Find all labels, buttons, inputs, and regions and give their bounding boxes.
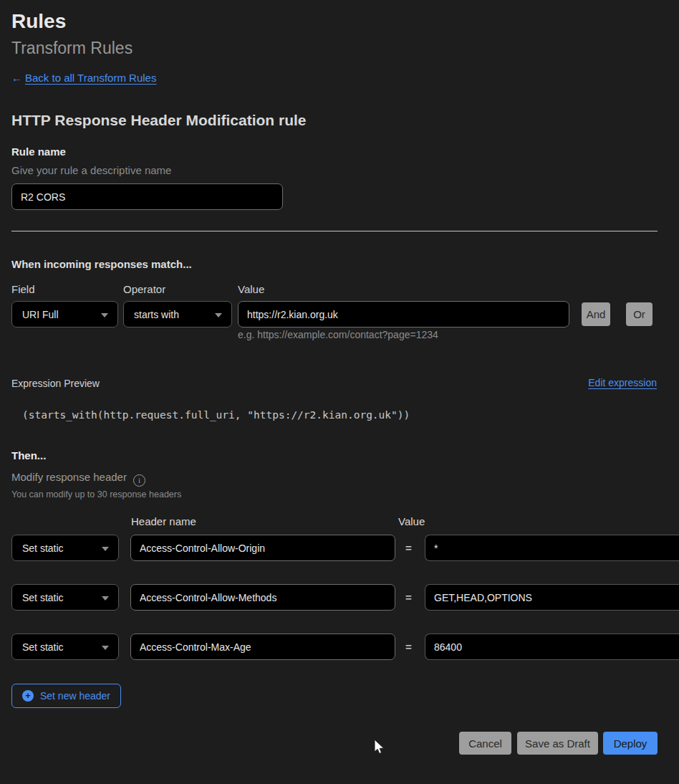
header-row-3-type-value: Set static xyxy=(22,641,64,653)
set-new-header-label: Set new header xyxy=(40,690,110,702)
expression-code: (starts_with(http.request.full_uri, "htt… xyxy=(22,409,410,421)
rule-name-input[interactable] xyxy=(11,183,283,210)
header-row-1-type-select[interactable]: Set static xyxy=(11,535,119,561)
modify-response-header-text: Modify response header xyxy=(11,471,127,483)
value-label: Value xyxy=(238,283,264,295)
header-row-2-type-value: Set static xyxy=(22,592,64,603)
header-row-1-type-value: Set static xyxy=(22,542,64,554)
value-column-label: Value xyxy=(398,515,425,527)
match-section-title: When incoming responses match... xyxy=(11,258,192,270)
header-row-2-name-input[interactable] xyxy=(130,584,395,611)
header-row-2-value-input[interactable] xyxy=(425,584,679,611)
operator-select[interactable]: starts with xyxy=(123,301,232,328)
chevron-down-icon xyxy=(101,313,108,317)
chevron-down-icon xyxy=(102,646,109,650)
section-divider xyxy=(11,231,658,231)
header-row-2-type-select[interactable]: Set static xyxy=(11,584,119,611)
cancel-button[interactable]: Cancel xyxy=(459,732,511,755)
chevron-down-icon xyxy=(102,596,109,601)
rule-name-hint: Give your rule a descriptive name xyxy=(11,164,171,176)
field-select-value: URI Full xyxy=(22,309,59,320)
plus-icon: + xyxy=(22,690,34,702)
transform-rules-page: Rules Transform Rules ←Back to all Trans… xyxy=(0,0,679,784)
equals-sign: = xyxy=(405,591,412,603)
expression-preview-label: Expression Preview xyxy=(11,378,100,389)
edit-expression-link[interactable]: Edit expression xyxy=(588,377,657,388)
rule-type-heading: HTTP Response Header Modification rule xyxy=(11,112,307,129)
then-section-title: Then... xyxy=(11,449,46,462)
header-row-3-type-select[interactable]: Set static xyxy=(11,634,119,660)
or-button[interactable]: Or xyxy=(626,302,652,326)
equals-sign: = xyxy=(405,542,412,554)
header-row-3-name-input[interactable] xyxy=(130,634,395,660)
chevron-down-icon xyxy=(102,547,109,551)
field-label: Field xyxy=(11,283,35,295)
back-arrow-icon: ← xyxy=(11,72,22,84)
header-row-3-value-input[interactable] xyxy=(425,634,679,660)
header-row-1-value-input[interactable] xyxy=(425,535,679,561)
back-to-transform-rules-link[interactable]: ←Back to all Transform Rules xyxy=(11,72,156,84)
mouse-cursor xyxy=(373,739,387,756)
match-value-example-hint: e.g. https://example.com/contact?page=12… xyxy=(238,329,438,340)
header-name-column-label: Header name xyxy=(131,515,196,527)
chevron-down-icon xyxy=(215,313,222,317)
modify-limit-hint: You can modify up to 30 response headers xyxy=(11,489,181,499)
match-value-input[interactable] xyxy=(238,301,569,328)
field-select[interactable]: URI Full xyxy=(11,301,118,328)
operator-label: Operator xyxy=(123,283,165,295)
set-new-header-button[interactable]: +Set new header xyxy=(11,684,121,708)
page-title: Rules xyxy=(11,10,66,33)
equals-sign: = xyxy=(405,641,412,653)
back-link-label: Back to all Transform Rules xyxy=(25,72,156,84)
page-subtitle: Transform Rules xyxy=(11,39,133,58)
modify-response-header-label: Modify response headeri xyxy=(11,471,145,487)
save-as-draft-button[interactable]: Save as Draft xyxy=(517,732,598,755)
and-button[interactable]: And xyxy=(582,302,610,326)
rule-name-label: Rule name xyxy=(11,145,66,158)
operator-select-value: starts with xyxy=(134,309,179,320)
header-row-1-name-input[interactable] xyxy=(130,535,395,561)
deploy-button[interactable]: Deploy xyxy=(603,732,658,755)
info-icon[interactable]: i xyxy=(133,474,145,487)
